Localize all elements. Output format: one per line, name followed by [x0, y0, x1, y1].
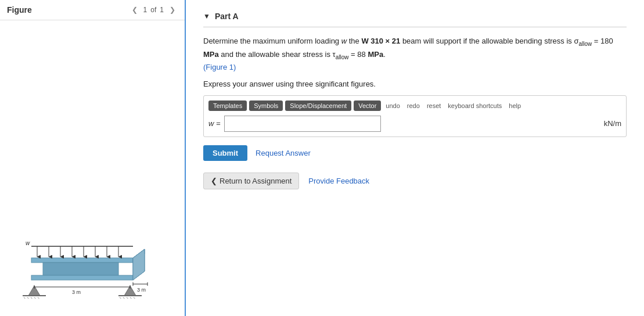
- redo-button[interactable]: redo: [405, 100, 422, 111]
- figure-page-total: 1: [160, 6, 164, 14]
- unit-label: kN/m: [604, 119, 621, 128]
- figure-page-current: 1: [143, 6, 147, 14]
- submit-button[interactable]: Submit: [203, 145, 247, 161]
- input-label: w =: [208, 119, 221, 128]
- templates-button[interactable]: Templates: [208, 100, 247, 111]
- svg-text:3 m: 3 m: [72, 289, 81, 295]
- return-arrow-icon: ❮: [211, 177, 217, 185]
- figure-header: Figure ❮ 1 of 1 ❯: [0, 0, 185, 20]
- figure-image-area: w 3 m 3 m: [0, 20, 185, 316]
- svg-rect-16: [31, 275, 133, 280]
- equation-box: Templates Symbols Slope/Displacement Vec…: [203, 95, 627, 137]
- return-to-assignment-button[interactable]: ❮ Return to Assignment: [203, 173, 299, 189]
- return-btn-label: Return to Assignment: [220, 177, 292, 185]
- left-panel: Figure ❮ 1 of 1 ❯: [0, 0, 186, 316]
- right-panel: ▼ Part A Determine the maximum uniform l…: [186, 0, 644, 316]
- keyboard-shortcuts-button[interactable]: keyboard shortcuts: [445, 100, 504, 111]
- beam-illustration: w 3 m 3 m: [17, 206, 168, 299]
- figure-title: Figure: [7, 5, 32, 15]
- input-row: w = kN/m: [208, 116, 621, 132]
- slope-displacement-button[interactable]: Slope/Displacement: [285, 100, 351, 111]
- svg-line-8: [38, 297, 41, 299]
- svg-rect-14: [31, 258, 133, 263]
- svg-line-12: [130, 297, 134, 299]
- svg-line-5: [27, 297, 31, 299]
- vector-button[interactable]: Vector: [354, 100, 381, 111]
- toolbar-row: Templates Symbols Slope/Displacement Vec…: [208, 100, 621, 111]
- undo-button[interactable]: undo: [383, 100, 402, 111]
- figure-nav: ❮ 1 of 1 ❯: [129, 5, 178, 15]
- part-header: ▼ Part A: [203, 12, 627, 27]
- next-figure-button[interactable]: ❯: [167, 5, 178, 15]
- svg-marker-21: [133, 249, 145, 280]
- svg-line-4: [24, 297, 27, 299]
- sig-fig-note: Express your answer using three signific…: [203, 80, 627, 88]
- sigma-sub: allow: [578, 41, 592, 47]
- svg-rect-15: [43, 263, 118, 275]
- svg-line-7: [34, 297, 38, 299]
- mpa-unit-1: MPa: [203, 50, 219, 59]
- svg-line-9: [120, 297, 123, 299]
- symbols-button[interactable]: Symbols: [249, 100, 283, 111]
- svg-line-6: [31, 297, 34, 299]
- action-row: Submit Request Answer: [203, 145, 627, 161]
- beam-designation: W 310 × 21: [361, 37, 400, 45]
- svg-line-13: [134, 297, 137, 299]
- svg-text:3 m: 3 m: [137, 287, 146, 293]
- request-answer-link[interactable]: Request Answer: [256, 149, 311, 157]
- mpa-unit-2: MPa: [368, 50, 383, 59]
- problem-statement: Determine the maximum uniform loading w …: [203, 35, 627, 74]
- svg-text:w: w: [26, 240, 30, 246]
- reset-button[interactable]: reset: [424, 100, 443, 111]
- svg-line-11: [127, 297, 130, 299]
- variable-w: w: [341, 37, 347, 45]
- tau-sub: allow: [336, 53, 349, 60]
- svg-line-10: [123, 297, 127, 299]
- bottom-nav: ❮ Return to Assignment Provide Feedback: [203, 173, 627, 189]
- figure-page-of: of: [150, 6, 156, 14]
- part-label: Part A: [215, 12, 239, 21]
- answer-input[interactable]: [224, 116, 381, 132]
- prev-figure-button[interactable]: ❮: [129, 5, 140, 15]
- help-button[interactable]: help: [506, 100, 523, 111]
- figure-reference: (Figure 1): [203, 63, 236, 71]
- part-arrow-icon: ▼: [203, 12, 210, 20]
- provide-feedback-link[interactable]: Provide Feedback: [308, 177, 369, 185]
